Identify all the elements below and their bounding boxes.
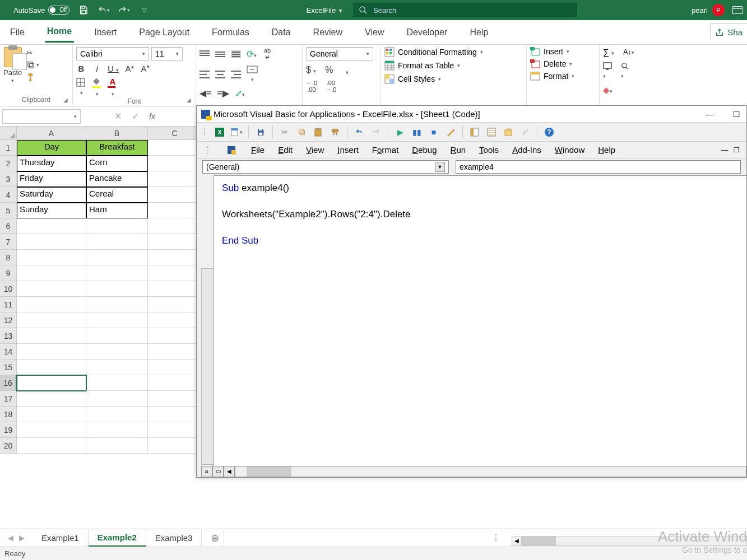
- format-painter-icon[interactable]: [26, 73, 39, 82]
- vba-scroll-thumb[interactable]: [247, 466, 291, 477]
- comma-icon[interactable]: ,: [342, 65, 352, 75]
- tab-review[interactable]: Review: [311, 23, 345, 42]
- cell[interactable]: Saturday: [17, 187, 86, 203]
- vba-save-icon[interactable]: [254, 126, 267, 138]
- row-header[interactable]: 16: [0, 375, 17, 391]
- sheet-nav-next-icon[interactable]: ▶: [19, 534, 25, 542]
- align-bottom-icon[interactable]: [231, 50, 241, 58]
- cell[interactable]: Pancake: [86, 171, 148, 187]
- merge-icon[interactable]: ▾: [247, 66, 258, 83]
- vba-menu-help[interactable]: Help: [598, 145, 615, 155]
- vba-toolbox-icon[interactable]: [519, 126, 531, 138]
- undo-icon[interactable]: ▾: [98, 4, 110, 16]
- tab-formulas[interactable]: Formulas: [210, 23, 252, 42]
- sheet-tab[interactable]: Example2: [89, 529, 146, 547]
- font-color-icon[interactable]: A▾: [108, 77, 118, 97]
- col-header[interactable]: B: [86, 127, 148, 140]
- vba-menu-debug[interactable]: Debug: [412, 145, 437, 155]
- row-header[interactable]: 13: [0, 328, 17, 344]
- orientation-icon[interactable]: ⟳▾: [247, 49, 257, 59]
- vba-code-scrollbar[interactable]: ≡ ▭ ◀: [201, 466, 746, 477]
- vba-object-dropdown[interactable]: (General)▼: [202, 160, 449, 174]
- underline-button[interactable]: U ▾: [108, 64, 119, 73]
- scroll-left-icon[interactable]: ◀: [512, 536, 522, 546]
- align-middle-icon[interactable]: [215, 50, 225, 58]
- mdi-minimize-icon[interactable]: —: [721, 146, 728, 154]
- cell[interactable]: Corn: [86, 156, 148, 171]
- tab-file[interactable]: File: [8, 23, 27, 42]
- cell[interactable]: Day: [17, 140, 86, 156]
- number-format-dropdown[interactable]: General▾: [306, 47, 373, 60]
- format-as-table-button[interactable]: Format as Table▾: [384, 60, 523, 71]
- name-box[interactable]: ▾: [2, 109, 81, 124]
- maximize-icon[interactable]: ☐: [731, 110, 742, 119]
- vba-object-browser-icon[interactable]: [502, 126, 514, 138]
- decrease-indent-icon[interactable]: ◀≡: [199, 88, 211, 99]
- new-sheet-button[interactable]: ⊕: [202, 529, 224, 548]
- tab-data[interactable]: Data: [270, 23, 293, 42]
- copy-icon[interactable]: ▾: [26, 60, 39, 69]
- italic-button[interactable]: I: [92, 64, 102, 73]
- row-header[interactable]: 3: [0, 171, 17, 187]
- clear-icon[interactable]: ◆▾: [603, 85, 613, 95]
- sheet-nav-prev-icon[interactable]: ◀: [8, 534, 13, 542]
- increase-font-icon[interactable]: A▴: [124, 64, 134, 73]
- vba-code-editor[interactable]: Sub example4() Worksheets("Example2").Ro…: [214, 175, 746, 477]
- currency-icon[interactable]: $ ▾: [306, 65, 316, 75]
- tab-help[interactable]: Help: [467, 23, 490, 42]
- save-icon[interactable]: [77, 4, 90, 16]
- vba-procedure-dropdown[interactable]: example4: [456, 160, 741, 174]
- vba-menu-format[interactable]: Format: [372, 145, 399, 155]
- vba-app-small-icon[interactable]: [225, 144, 238, 156]
- share-button[interactable]: Sha: [710, 24, 747, 40]
- row-header[interactable]: 2: [0, 156, 17, 171]
- fill-icon[interactable]: ▾: [603, 62, 612, 80]
- row-header[interactable]: 4: [0, 187, 17, 203]
- borders-icon[interactable]: ▾: [76, 78, 86, 96]
- orientation-angle-icon[interactable]: ⤢▾: [235, 88, 245, 99]
- vba-editor-window[interactable]: Microsoft Visual Basic for Applications …: [196, 105, 747, 478]
- increase-indent-icon[interactable]: ≡▶: [217, 88, 229, 99]
- align-center-icon[interactable]: [215, 71, 225, 78]
- vba-project-explorer-icon[interactable]: [468, 126, 481, 138]
- vba-paste-icon[interactable]: [312, 126, 324, 138]
- redo-icon[interactable]: ▾: [118, 4, 130, 16]
- format-cells-button[interactable]: Format ▾: [530, 72, 596, 81]
- vba-cut-icon[interactable]: ✂: [279, 126, 291, 138]
- sheet-tab[interactable]: Example3: [146, 530, 202, 546]
- cut-icon[interactable]: ✂: [26, 49, 39, 57]
- scroll-thumb[interactable]: [522, 536, 556, 545]
- active-cell[interactable]: [17, 375, 86, 391]
- vba-insert-module-icon[interactable]: ▾: [230, 126, 243, 138]
- cell[interactable]: Ham: [86, 203, 148, 218]
- row-header[interactable]: 5: [0, 203, 17, 218]
- decrease-decimal-icon[interactable]: .00→.0: [325, 80, 336, 93]
- autosum-icon[interactable]: ∑ ▾: [603, 47, 614, 57]
- vba-menu-addins[interactable]: Add-Ins: [512, 145, 541, 155]
- vba-scroll-left-icon[interactable]: ◀: [224, 466, 235, 477]
- autosave-toggle[interactable]: AutoSave Off: [13, 6, 69, 15]
- wrap-text-icon[interactable]: ab↵: [262, 47, 272, 61]
- align-top-icon[interactable]: [199, 50, 210, 58]
- cell[interactable]: Cereal: [86, 187, 148, 203]
- enter-formula-icon[interactable]: ✓: [132, 111, 139, 122]
- align-left-icon[interactable]: [199, 71, 210, 78]
- mdi-restore-icon[interactable]: ❐: [734, 146, 740, 154]
- cell[interactable]: Sunday: [17, 203, 86, 218]
- cell[interactable]: Breakfast: [86, 140, 148, 156]
- vba-redo-icon[interactable]: [370, 126, 382, 138]
- vba-menu-edit[interactable]: Edit: [278, 145, 293, 155]
- row-header[interactable]: 10: [0, 281, 17, 297]
- cancel-formula-icon[interactable]: ✕: [114, 111, 122, 122]
- increase-decimal-icon[interactable]: ←.0.00: [306, 80, 317, 93]
- select-all-corner[interactable]: [0, 127, 17, 140]
- sheet-tab[interactable]: Example1: [33, 530, 89, 546]
- vba-reset-icon[interactable]: ■: [428, 126, 440, 138]
- col-header[interactable]: C: [148, 127, 202, 140]
- bold-button[interactable]: B: [76, 64, 86, 73]
- paste-button[interactable]: Paste ▾: [3, 47, 22, 83]
- cell[interactable]: Thursday: [17, 156, 86, 171]
- col-header[interactable]: A: [17, 127, 86, 140]
- fill-color-icon[interactable]: ▾: [92, 77, 102, 97]
- row-header[interactable]: 17: [0, 391, 17, 407]
